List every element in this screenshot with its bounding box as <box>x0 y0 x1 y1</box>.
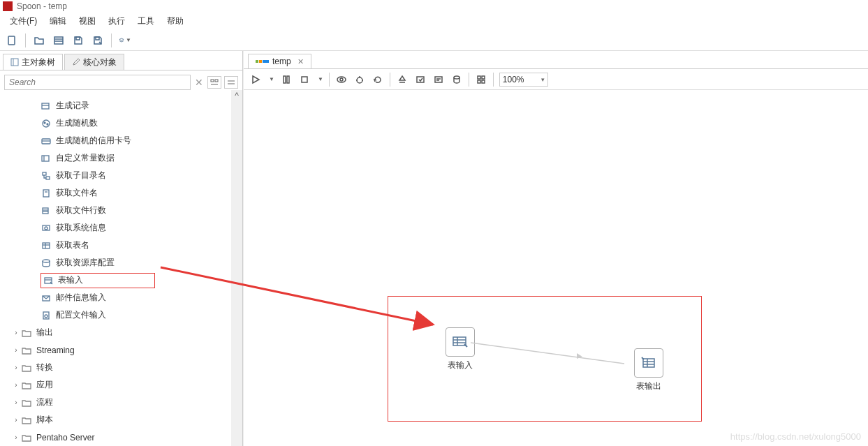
editor-tab-label: temp <box>272 57 291 66</box>
step-icon <box>41 310 52 321</box>
svg-rect-20 <box>42 156 49 161</box>
new-file-icon[interactable] <box>6 34 18 47</box>
tree-item-table-input[interactable]: 表输入 <box>0 272 242 289</box>
tree-view[interactable]: 生成记录 生成随机数 生成随机的信用卡号 自定义常量数据 获取子目录名 获取文件… <box>0 94 242 446</box>
tree-item-table-names[interactable]: 获取表名 <box>0 237 242 254</box>
explore-db-icon[interactable] <box>450 73 463 86</box>
run-dropdown-icon[interactable]: ▼ <box>269 76 274 82</box>
canvas[interactable]: 表输入 表输出 <box>244 90 868 446</box>
svg-rect-31 <box>43 243 50 248</box>
tree-item-file-names[interactable]: 获取文件名 <box>0 184 242 202</box>
stop-icon[interactable] <box>298 73 311 86</box>
hop-connection[interactable] <box>471 340 631 368</box>
run-icon[interactable] <box>249 73 262 86</box>
verify-icon[interactable] <box>396 73 409 86</box>
clear-search-icon[interactable]: ✕ <box>195 77 203 88</box>
svg-rect-57 <box>478 80 480 83</box>
main-toolbar: ▼ <box>0 30 868 51</box>
menu-help[interactable]: 帮助 <box>161 14 189 29</box>
svg-rect-24 <box>43 190 49 197</box>
menu-run[interactable]: 执行 <box>103 14 131 29</box>
tree-item-label: 生成随机数 <box>56 117 98 129</box>
step-icon <box>43 275 54 286</box>
scroll-up-icon[interactable]: ^ <box>231 90 242 101</box>
preview-icon[interactable] <box>335 73 348 86</box>
left-panel-tabs: 主对象树 核心对象 <box>0 51 242 70</box>
step-icon <box>41 188 52 199</box>
watermark: https://blog.csdn.net/xulong5000 <box>730 431 861 442</box>
tree-item-constant-data[interactable]: 自定义常量数据 <box>0 149 242 167</box>
step-icon <box>41 223 52 234</box>
close-tab-icon[interactable]: ✕ <box>297 57 304 66</box>
menu-view[interactable]: 视图 <box>73 14 101 29</box>
svg-rect-6 <box>11 59 18 66</box>
step-table-output[interactable]: 表输出 <box>628 348 670 392</box>
tab-main-tree[interactable]: 主对象树 <box>3 54 63 70</box>
save-icon[interactable] <box>72 34 84 47</box>
stop-dropdown-icon[interactable]: ▼ <box>318 76 323 82</box>
svg-rect-56 <box>482 76 485 79</box>
folder-icon <box>21 345 32 356</box>
editor-tab-temp[interactable]: temp ✕ <box>248 54 311 68</box>
scrollbar[interactable]: ^ <box>231 90 242 446</box>
divider <box>493 73 494 87</box>
tree-item-random-value[interactable]: 生成随机数 <box>0 114 242 132</box>
pause-icon[interactable] <box>280 73 293 86</box>
tree-folder-pentaho-server[interactable]: ›Pentaho Server <box>0 429 242 446</box>
tree-folder-streaming[interactable]: ›Streaming <box>0 341 242 359</box>
zoom-select[interactable]: 100%▾ <box>499 73 548 87</box>
tree-item-random-cc[interactable]: 生成随机的信用卡号 <box>0 132 242 149</box>
tree-item-generate-rows[interactable]: 生成记录 <box>0 97 242 114</box>
search-input[interactable] <box>4 75 191 90</box>
tree-item-label: 表输入 <box>58 274 83 286</box>
tree-folder-output[interactable]: ›输出 <box>0 324 242 341</box>
svg-line-67 <box>471 343 624 364</box>
explorer-icon[interactable] <box>52 34 65 47</box>
tree-folder-flow[interactable]: ›流程 <box>0 394 242 411</box>
folder-icon <box>21 362 32 373</box>
open-file-icon[interactable] <box>33 34 45 47</box>
step-icon <box>41 153 52 164</box>
expand-all-icon[interactable] <box>207 76 221 89</box>
menu-tool[interactable]: 工具 <box>132 14 160 29</box>
menu-edit[interactable]: 编辑 <box>44 14 72 29</box>
svg-rect-41 <box>287 76 289 83</box>
svg-rect-9 <box>215 80 218 82</box>
title-bar: Spoon - temp <box>0 0 868 13</box>
canvas-toolbar: ▼ ▼ 100%▾ <box>244 69 868 90</box>
window-title: Spoon - temp <box>17 1 67 11</box>
svg-rect-63 <box>643 359 654 367</box>
tree-item-file-rows[interactable]: 获取文件行数 <box>0 202 242 219</box>
collapse-all-icon[interactable] <box>224 76 238 89</box>
svg-point-17 <box>47 124 48 125</box>
menu-bar: 文件(F) 编辑 视图 执行 工具 帮助 <box>0 13 868 30</box>
save-as-icon[interactable] <box>91 34 104 47</box>
svg-point-34 <box>43 260 50 262</box>
tree-item-system-info[interactable]: 获取系统信息 <box>0 219 242 237</box>
tree-folder-label: 流程 <box>36 396 53 408</box>
tab-core-objects[interactable]: 核心对象 <box>64 54 124 70</box>
tree-folder-label: 输出 <box>36 327 53 339</box>
svg-rect-55 <box>478 76 480 79</box>
show-results-icon[interactable] <box>475 73 487 86</box>
debug-icon[interactable] <box>353 73 366 86</box>
sql-icon[interactable] <box>432 73 445 86</box>
tree-item-config-file-input[interactable]: 配置文件输入 <box>0 306 242 324</box>
svg-rect-13 <box>42 103 49 109</box>
tree-folder-script[interactable]: ›脚本 <box>0 411 242 429</box>
tree-folder-label: 脚本 <box>36 414 53 426</box>
tree-item-label: 获取文件行数 <box>56 205 106 216</box>
replay-icon[interactable] <box>372 73 384 86</box>
tree-item-mail-input[interactable]: 邮件信息输入 <box>0 289 242 306</box>
tree-item-repo-config[interactable]: 获取资源库配置 <box>0 254 242 272</box>
divider <box>329 73 330 87</box>
tree-item-label: 生成记录 <box>56 100 89 112</box>
impact-icon[interactable] <box>414 73 427 86</box>
perspective-icon[interactable]: ▼ <box>119 34 131 47</box>
tree-folder-transform[interactable]: ›转换 <box>0 359 242 376</box>
main-area: 主对象树 核心对象 ✕ 生成记录 生成随机数 生成随机的信用卡号 自定义常量数据… <box>0 51 868 446</box>
tree-item-subfolders[interactable]: 获取子目录名 <box>0 167 242 184</box>
svg-point-39 <box>45 315 47 318</box>
tree-folder-app[interactable]: ›应用 <box>0 376 242 394</box>
menu-file[interactable]: 文件(F) <box>4 14 43 29</box>
